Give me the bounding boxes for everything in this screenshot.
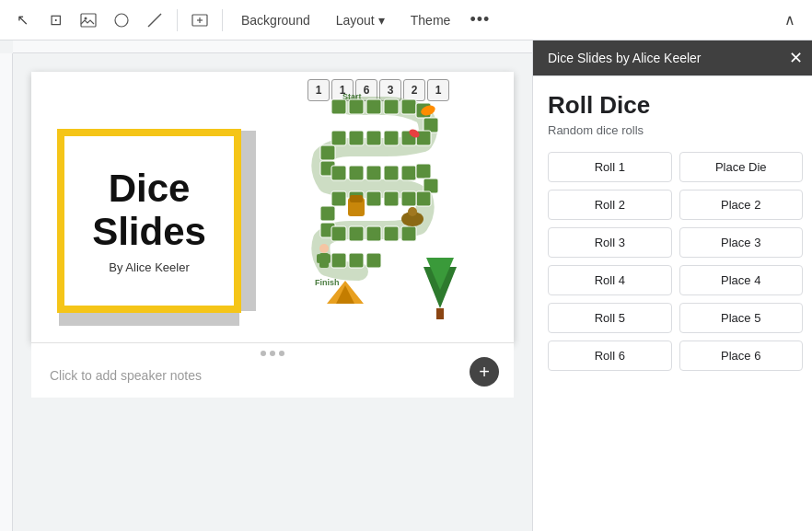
svg-rect-51 [350,195,363,202]
svg-rect-27 [416,164,431,179]
svg-rect-54 [317,254,320,263]
svg-rect-18 [349,131,364,145]
svg-line-3 [148,14,161,27]
line-tool-btn[interactable] [140,6,169,35]
place-btn-3[interactable]: Place 3 [679,227,804,258]
panel-main-title: Roll Dice [548,91,803,120]
resize-tool-btn[interactable]: ⊡ [41,6,70,35]
svg-rect-23 [349,166,364,180]
theme-btn[interactable]: Theme [400,6,462,35]
speaker-notes-placeholder: Click to add speaker notes [50,368,202,383]
collapse-btn[interactable]: ∧ [775,6,805,35]
roll-btn-2[interactable]: Roll 2 [548,190,672,220]
separator-1 [177,9,178,31]
dice-title: Dice Slides [92,167,206,252]
toolbar: ↖ ⊡ Background Layout ▾ Theme ••• ∧ [0,0,812,40]
slide-content: Dice Slides By Alice Keeler [31,72,514,342]
svg-rect-55 [327,254,331,263]
add-button[interactable]: + [470,357,499,387]
svg-rect-44 [331,253,346,268]
svg-rect-32 [366,191,381,206]
panel-close-btn[interactable]: ✕ [789,50,803,66]
slide-area-row: 1 1 6 3 2 1 [0,53,532,531]
main-area: 1 1 6 3 2 1 [0,40,812,531]
svg-rect-42 [366,253,381,268]
more-btn[interactable]: ••• [465,6,494,35]
roll-row-5: Roll 5Place 5 [548,303,803,333]
svg-rect-34 [331,191,346,206]
ruler-top [13,40,532,53]
svg-rect-17 [366,131,381,145]
image-tool-btn[interactable] [74,6,103,35]
dice-box-text: Dice Slides By Alice Keeler [64,136,234,306]
svg-rect-11 [401,99,416,114]
svg-point-59 [408,207,417,216]
ruler-left [0,53,13,531]
svg-rect-37 [331,226,346,241]
shape-tool-btn[interactable] [107,6,136,35]
roll-row-6: Roll 6Place 6 [548,341,803,371]
board-svg: Start [276,83,470,331]
svg-rect-9 [366,99,381,114]
svg-point-1 [85,17,87,19]
layout-chevron: ▾ [378,13,385,28]
select-tool-btn[interactable]: ↖ [7,6,37,35]
place-btn-5[interactable]: Place 5 [679,303,804,333]
svg-point-2 [115,14,128,27]
layout-label: Layout [336,13,375,28]
svg-rect-0 [81,14,96,27]
separator-2 [222,9,223,31]
background-btn[interactable]: Background [230,6,321,35]
roll-btn-4[interactable]: Roll 4 [548,265,672,295]
roll-row-3: Roll 3Place 3 [548,227,803,258]
panel-description: Random dice rolls [548,123,803,137]
finish-label: Finish [315,278,340,287]
svg-point-52 [319,244,329,253]
svg-rect-31 [384,191,399,206]
place-btn-1[interactable]: Place Die [679,152,804,182]
svg-rect-22 [331,166,346,180]
theme-label: Theme [411,13,451,28]
svg-rect-43 [349,253,364,268]
speaker-notes[interactable]: Click to add speaker notes + [31,342,514,398]
panel-header: Dice Slides by Alice Keeler ✕ [533,40,812,76]
right-panel: Dice Slides by Alice Keeler ✕ Roll Dice … [532,40,812,531]
roll-row-2: Roll 2Place 2 [548,190,803,220]
dice-title-line2: Slides [92,211,206,253]
dot-1 [261,351,266,356]
layout-btn[interactable]: Layout ▾ [325,6,396,35]
roll-row-1: Roll 1Place Die [548,152,803,182]
dice-box-container: Dice Slides By Alice Keeler [48,120,241,313]
svg-rect-30 [401,191,416,206]
svg-rect-10 [384,99,399,114]
dice-title-line1: Dice [92,167,206,210]
slide-canvas-area[interactable]: 1 1 6 3 2 1 [13,53,532,531]
roll-btn-1[interactable]: Roll 1 [548,152,672,182]
roll-btn-6[interactable]: Roll 6 [548,341,672,371]
place-btn-2[interactable]: Place 2 [679,190,804,220]
background-label: Background [241,13,310,28]
svg-rect-7 [331,99,346,114]
place-btn-6[interactable]: Place 6 [679,341,804,371]
svg-rect-39 [366,226,381,241]
svg-rect-29 [416,191,431,206]
notes-resize-handle[interactable] [261,351,284,356]
slide-wrapper[interactable]: 1 1 6 3 2 1 [31,72,514,342]
place-btn-4[interactable]: Place 4 [679,265,804,295]
add-slide-btn[interactable] [185,6,215,35]
svg-rect-24 [366,166,381,180]
roll-row-4: Roll 4Place 4 [548,265,803,295]
dice-author: By Alice Keeler [109,260,189,274]
slide-section: 1 1 6 3 2 1 [0,40,532,531]
svg-rect-35 [320,206,335,221]
dot-3 [279,351,284,356]
panel-body: Roll Dice Random dice rolls Roll 1Place … [533,76,812,531]
roll-grid: Roll 1Place DieRoll 2Place 2Roll 3Place … [548,152,803,371]
roll-btn-5[interactable]: Roll 5 [548,303,672,333]
roll-btn-3[interactable]: Roll 3 [548,227,672,258]
svg-rect-19 [331,131,346,145]
dot-2 [270,351,275,356]
svg-rect-40 [384,226,399,241]
svg-rect-38 [349,226,364,241]
board-area: Start [241,81,505,333]
